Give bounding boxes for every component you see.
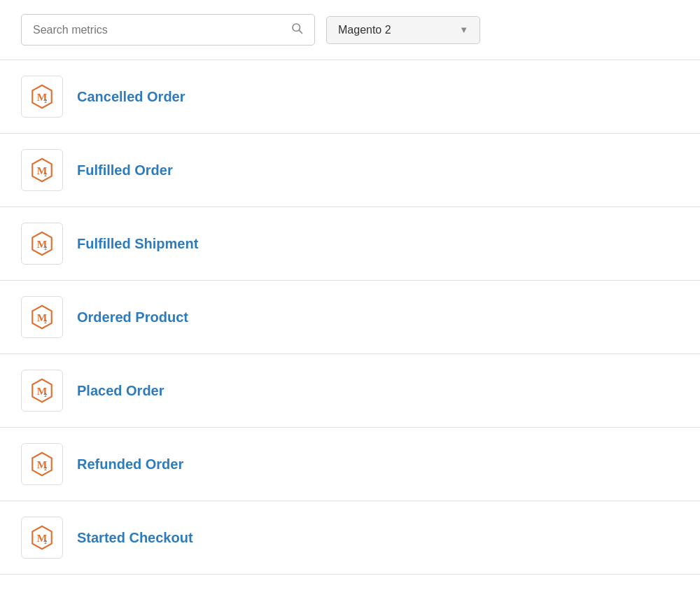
metric-label-cancelled-order: Cancelled Order (77, 89, 186, 105)
svg-text:2: 2 (44, 172, 47, 177)
dropdown-label: Magento 2 (338, 24, 391, 36)
metric-label-placed-order: Placed Order (77, 383, 164, 399)
top-bar: Magento 2 ▼ (0, 0, 700, 59)
metric-label-fulfilled-order: Fulfilled Order (77, 162, 173, 178)
svg-text:2: 2 (44, 246, 47, 251)
metric-icon-refunded-order: M 2 (21, 443, 63, 485)
svg-text:2: 2 (44, 319, 47, 324)
search-box[interactable] (21, 14, 315, 46)
metric-item-started-checkout[interactable]: M 2 Started Checkout (0, 501, 700, 575)
metric-item-ordered-product[interactable]: M 2 Ordered Product (0, 281, 700, 354)
metric-icon-cancelled-order: M 2 (21, 76, 63, 118)
search-input[interactable] (33, 24, 285, 36)
svg-line-1 (299, 30, 302, 33)
svg-text:2: 2 (44, 99, 47, 104)
metric-list: M 2 Cancelled Order M 2 Fulfilled Order … (0, 60, 700, 575)
chevron-down-icon: ▼ (459, 24, 468, 35)
svg-text:2: 2 (44, 393, 47, 398)
search-icon (290, 22, 303, 38)
metric-icon-fulfilled-shipment: M 2 (21, 223, 63, 265)
metric-icon-placed-order: M 2 (21, 370, 63, 412)
platform-dropdown[interactable]: Magento 2 ▼ (326, 16, 480, 44)
metric-label-fulfilled-shipment: Fulfilled Shipment (77, 236, 198, 252)
metric-item-placed-order[interactable]: M 2 Placed Order (0, 354, 700, 428)
metric-label-refunded-order: Refunded Order (77, 456, 183, 472)
metric-item-cancelled-order[interactable]: M 2 Cancelled Order (0, 60, 700, 134)
metric-item-fulfilled-shipment[interactable]: M 2 Fulfilled Shipment (0, 207, 700, 281)
metric-label-started-checkout: Started Checkout (77, 530, 193, 546)
metric-item-refunded-order[interactable]: M 2 Refunded Order (0, 428, 700, 501)
svg-text:2: 2 (44, 466, 47, 471)
metric-icon-fulfilled-order: M 2 (21, 149, 63, 191)
metric-label-ordered-product: Ordered Product (77, 309, 188, 326)
metric-item-fulfilled-order[interactable]: M 2 Fulfilled Order (0, 134, 700, 207)
metric-icon-ordered-product: M 2 (21, 296, 63, 338)
svg-text:2: 2 (44, 540, 47, 545)
metric-icon-started-checkout: M 2 (21, 517, 63, 559)
